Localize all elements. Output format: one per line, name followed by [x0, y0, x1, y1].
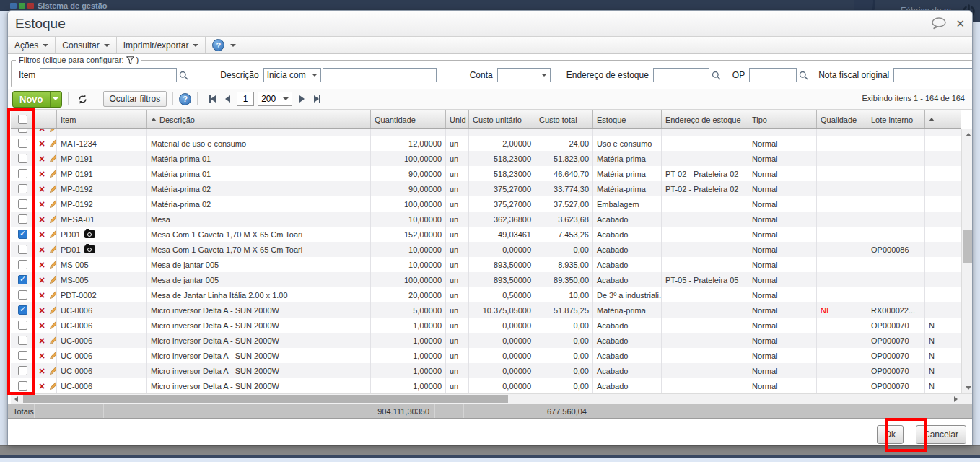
edit-icon[interactable] — [49, 230, 57, 239]
edit-icon[interactable] — [49, 260, 57, 269]
table-row[interactable]: ×PDT-0002Mesa de Jantar Linha Itália 2.0… — [11, 287, 961, 302]
table-row[interactable]: ×MP-0192Matéria-prima 02100,00000un375,2… — [11, 196, 961, 212]
endereco-search-icon[interactable] — [712, 71, 721, 80]
col-header-qtd[interactable]: Quantidade — [371, 110, 446, 128]
delete-icon[interactable]: × — [39, 230, 45, 240]
select-all-checkbox[interactable] — [18, 115, 27, 124]
cancelar-button[interactable]: Cancelar — [916, 425, 966, 444]
delete-icon[interactable]: × — [39, 305, 45, 315]
edit-icon[interactable] — [49, 351, 57, 360]
delete-icon[interactable]: × — [39, 260, 45, 270]
edit-icon[interactable] — [49, 290, 57, 300]
conta-select[interactable] — [497, 68, 551, 82]
nf-filter-input[interactable] — [893, 68, 973, 82]
row-checkbox[interactable] — [18, 129, 27, 133]
row-checkbox[interactable] — [18, 351, 27, 360]
table-row[interactable]: ×MP-0192Matéria-prima 0290,00000un375,27… — [11, 181, 961, 196]
edit-icon[interactable] — [49, 245, 57, 254]
col-header-unid[interactable]: Unid — [446, 110, 469, 128]
table-row[interactable]: ×UC-0006Micro inversor Delta A - SUN 200… — [11, 363, 961, 378]
delete-icon[interactable]: × — [39, 169, 45, 179]
page-size-select[interactable]: 200 — [258, 92, 292, 106]
delete-icon[interactable]: × — [39, 366, 45, 376]
endereco-filter-input[interactable] — [653, 68, 709, 82]
scroll-up-icon[interactable] — [962, 129, 973, 140]
item-search-icon[interactable] — [179, 71, 188, 80]
first-page-button[interactable] — [206, 93, 218, 105]
col-header-ct[interactable]: Custo total — [535, 110, 593, 128]
row-checkbox[interactable] — [18, 305, 27, 315]
menu-imprimir-exportar[interactable]: Imprimir/exportar — [117, 37, 206, 53]
refresh-icon[interactable] — [74, 91, 91, 107]
scroll-left-icon[interactable] — [11, 394, 22, 404]
menu-consultar[interactable]: Consultar — [56, 37, 116, 53]
row-checkbox[interactable] — [18, 321, 27, 330]
delete-icon[interactable]: × — [39, 184, 45, 194]
delete-icon[interactable]: × — [39, 275, 45, 285]
op-filter-input[interactable] — [749, 68, 797, 82]
table-row[interactable]: ×PD01Mesa Com 1 Gaveta 1,70 M X 65 Cm To… — [11, 227, 961, 242]
edit-icon[interactable] — [49, 199, 57, 209]
help-icon[interactable]: ? — [179, 93, 191, 105]
row-checkbox[interactable] — [18, 230, 27, 239]
edit-icon[interactable] — [49, 129, 57, 133]
edit-icon[interactable] — [49, 184, 57, 193]
table-row[interactable]: ×UC-0006Micro inversor Delta A - SUN 200… — [11, 318, 961, 333]
col-header-item[interactable]: Item — [57, 110, 147, 128]
select-all-header[interactable] — [11, 110, 35, 128]
scroll-down-icon[interactable] — [962, 383, 973, 393]
row-checkbox[interactable] — [18, 199, 27, 209]
delete-icon[interactable]: × — [39, 199, 45, 209]
col-header-qual[interactable]: Qualidade — [817, 110, 867, 128]
edit-icon[interactable] — [49, 305, 57, 315]
delete-icon[interactable]: × — [39, 129, 45, 134]
row-checkbox[interactable] — [18, 154, 27, 163]
ok-button[interactable]: Ok — [877, 425, 904, 444]
close-icon[interactable]: ✕ — [955, 18, 965, 29]
horizontal-scroll-thumb[interactable] — [23, 395, 508, 403]
delete-icon[interactable]: × — [39, 245, 45, 255]
delete-icon[interactable]: × — [39, 214, 45, 225]
edit-icon[interactable] — [49, 336, 57, 345]
row-checkbox[interactable] — [18, 139, 27, 148]
delete-icon[interactable]: × — [39, 351, 45, 361]
page-number-input[interactable] — [237, 92, 254, 106]
menu-help[interactable]: ? — [206, 37, 242, 53]
table-row[interactable]: ×MS-005Mesa de jantar 005100,00000un893,… — [11, 272, 961, 287]
op-search-icon[interactable] — [799, 71, 808, 80]
delete-icon[interactable]: × — [39, 139, 45, 149]
edit-icon[interactable] — [49, 214, 57, 224]
item-filter-input[interactable] — [40, 68, 177, 82]
table-row[interactable]: ×UC-0006Micro inversor Delta A - SUN 200… — [11, 333, 961, 348]
camera-icon[interactable] — [84, 245, 95, 253]
row-checkbox[interactable] — [18, 260, 27, 269]
horizontal-scrollbar[interactable] — [11, 393, 973, 404]
row-checkbox[interactable] — [18, 245, 27, 254]
row-checkbox[interactable] — [18, 290, 27, 300]
novo-button[interactable]: Novo — [12, 91, 62, 108]
table-row[interactable]: ×UC-0006Micro inversor Delta A - SUN 200… — [11, 302, 961, 318]
row-checkbox[interactable] — [18, 214, 27, 224]
table-row[interactable]: ×UC-0006Micro inversor Delta A - SUN 200… — [11, 378, 961, 393]
row-checkbox[interactable] — [18, 336, 27, 345]
table-row[interactable]: ×MAT-1234Material de uso e consumo12,000… — [11, 136, 961, 151]
table-row[interactable]: × — [11, 129, 961, 136]
edit-icon[interactable] — [49, 139, 57, 148]
ocultar-filtros-button[interactable]: Ocultar filtros — [103, 91, 167, 107]
table-row[interactable]: ×PD01Mesa Com 1 Gaveta 1,70 M X 65 Cm To… — [11, 242, 961, 257]
delete-icon[interactable]: × — [39, 290, 45, 300]
col-header-tipo[interactable]: Tipo — [748, 110, 817, 128]
edit-icon[interactable] — [49, 169, 57, 178]
last-page-button[interactable] — [311, 93, 323, 105]
col-header-est[interactable]: Estoque — [593, 110, 662, 128]
edit-icon[interactable] — [49, 275, 57, 284]
col-header-extra[interactable] — [925, 110, 961, 128]
novo-dropdown-arrow[interactable] — [50, 92, 61, 107]
delete-icon[interactable]: × — [39, 381, 45, 391]
next-page-button[interactable] — [296, 93, 307, 105]
scroll-right-icon[interactable] — [950, 394, 961, 404]
comment-bubble-icon[interactable] — [931, 17, 947, 30]
delete-icon[interactable]: × — [39, 321, 45, 331]
delete-icon[interactable]: × — [39, 154, 45, 164]
funnel-icon[interactable] — [126, 56, 134, 64]
